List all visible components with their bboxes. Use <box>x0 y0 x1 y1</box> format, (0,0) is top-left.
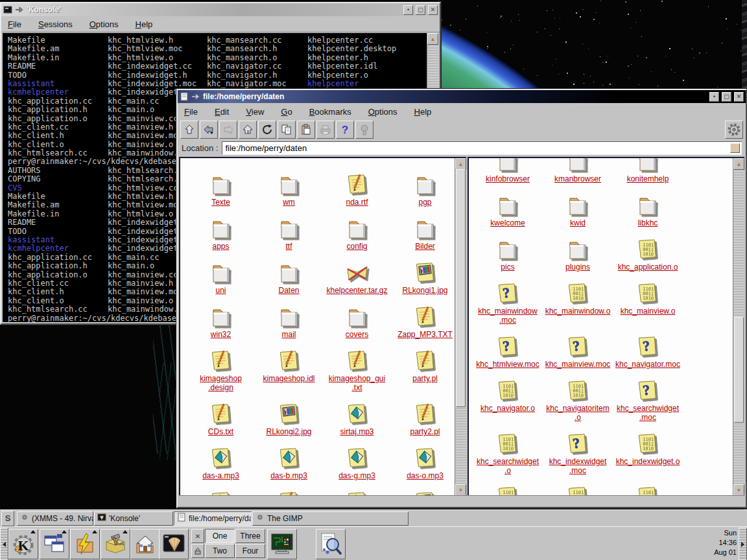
file-label[interactable]: kwid <box>570 218 586 228</box>
scrollbar-thumb[interactable] <box>456 169 466 407</box>
file-item[interactable]: covers <box>323 299 391 339</box>
location-clear-button[interactable] <box>730 143 740 153</box>
scroll-up-icon[interactable]: ▲ <box>455 158 466 170</box>
file-item[interactable]: 1101 0011 1010khc_searchwidget .o <box>473 426 543 475</box>
file-label[interactable]: khc_searchwidget .moc <box>617 404 679 422</box>
file-item[interactable]: plugins <box>543 232 613 272</box>
file-item[interactable]: das-g.mp3 <box>323 441 391 480</box>
file-label[interactable]: khc_htmlview.moc <box>476 360 539 369</box>
minimize-button[interactable]: • <box>709 92 719 102</box>
file-label[interactable]: khc_application.o <box>618 262 678 272</box>
file-label[interactable]: khc_mainwindow .moc <box>478 307 537 325</box>
minimize-button[interactable]: • <box>403 5 413 15</box>
file-item[interactable]: sirtaj.mp3 <box>323 397 391 436</box>
file-item[interactable]: Bilder <box>391 211 455 251</box>
file-label[interactable]: das-o.mp3 <box>407 471 444 480</box>
file-item[interactable]: 1101 0011 1010khc_indexwidget.o <box>613 426 683 475</box>
file-label[interactable]: uni <box>215 286 226 295</box>
file-item[interactable]: wm <box>255 167 323 207</box>
file-label[interactable]: khc_searchwidget .o <box>477 457 539 475</box>
paste-button[interactable] <box>297 121 315 139</box>
file-label[interactable]: CDs.txt <box>208 427 233 436</box>
file-item[interactable]: 1101 0011 1010 <box>473 480 543 496</box>
menu-file[interactable]: File <box>184 107 198 117</box>
file-item[interactable]: ttf <box>255 211 323 251</box>
system-monitor-button[interactable] <box>267 529 297 559</box>
file-label[interactable]: RLkongi2.jpg <box>266 427 311 436</box>
konsole-app-icon[interactable] <box>3 5 12 14</box>
taskbar-task-xmms[interactable]: (XMMS - 49. Nirvan... <box>17 511 93 526</box>
right-pane-scrollbar[interactable]: ▲ ▼ <box>733 158 744 496</box>
window-list-button[interactable] <box>40 529 69 559</box>
file-item[interactable]: party2.pl <box>391 397 455 436</box>
file-item[interactable]: Texte <box>187 167 255 207</box>
file-item[interactable] <box>391 485 455 496</box>
menu-file[interactable]: File <box>8 19 21 29</box>
utilities-button[interactable] <box>101 529 130 559</box>
horizontal-scroll-strip[interactable] <box>179 495 744 506</box>
file-item[interactable]: das-o.mp3 <box>391 441 455 480</box>
close-button[interactable]: ✕ <box>734 92 744 102</box>
menu-options[interactable]: Options <box>89 19 119 29</box>
maximize-button[interactable]: ▢ <box>416 5 425 15</box>
file-item[interactable]: RLkongi2.jpg <box>255 397 323 436</box>
file-item[interactable]: 1101 0011 1010 <box>613 480 683 496</box>
menu-go[interactable]: Go <box>281 107 292 117</box>
file-item[interactable]: kimageshop_gui .txt <box>323 344 391 392</box>
file-label[interactable]: khc_navigatoritem .o <box>546 404 609 422</box>
file-label[interactable]: mail <box>281 330 296 339</box>
location-input[interactable]: file:/home/perry/daten <box>222 141 742 155</box>
file-label[interactable]: apps <box>212 242 229 251</box>
menu-sessions[interactable]: Sessions <box>38 19 73 29</box>
file-item[interactable] <box>323 485 391 496</box>
taskbar-task-kfm[interactable]: file:/home/perry/daten <box>174 511 252 526</box>
file-item[interactable]: config <box>323 211 391 251</box>
home-folder-button[interactable] <box>130 529 160 559</box>
file-item[interactable]: ?khc_navigator.moc <box>613 329 683 369</box>
taskbar-task-konsole[interactable]: 'Konsole' <box>94 511 173 526</box>
file-item[interactable]: pgp <box>391 167 455 207</box>
file-label[interactable]: Bilder <box>415 242 435 251</box>
file-label[interactable]: kimageshop .design <box>200 374 242 392</box>
file-item[interactable]: RLkongi1.jpg <box>391 255 455 295</box>
file-item[interactable]: ?khc_indexwidget .moc <box>543 426 613 475</box>
file-label[interactable]: kimageshop_gui .txt <box>329 374 385 392</box>
file-item[interactable]: ?khc_mainview.moc <box>543 329 613 369</box>
file-label[interactable]: khc_mainview.o <box>621 307 676 316</box>
file-label[interactable]: party.pl <box>412 374 437 383</box>
file-item[interactable]: mail <box>255 299 323 339</box>
help-button[interactable]: ? <box>336 121 354 139</box>
file-item[interactable]: uni <box>187 255 255 295</box>
file-item[interactable]: ?khc_searchwidget .moc <box>613 373 683 422</box>
file-label[interactable]: pics <box>501 262 514 272</box>
menu-help[interactable]: Help <box>136 19 153 29</box>
scrollbar-thumb[interactable] <box>734 317 744 423</box>
file-item[interactable]: CDs.txt <box>187 397 255 436</box>
file-item[interactable]: pics <box>473 232 543 272</box>
left-pane-scrollbar[interactable]: ▲ ▼ <box>455 158 466 496</box>
panel-hide-left-button[interactable] <box>0 528 8 560</box>
file-label[interactable]: das-g.mp3 <box>338 471 375 480</box>
file-label[interactable]: kinfobrowser <box>486 174 530 183</box>
file-label[interactable]: konitemhelp <box>627 174 669 183</box>
pager-lock-icon[interactable] <box>191 544 204 558</box>
file-item[interactable] <box>255 485 323 496</box>
file-label[interactable]: plugins <box>565 262 590 272</box>
file-label[interactable]: kmanbrowser <box>554 174 601 183</box>
file-label[interactable]: Daten <box>278 286 299 295</box>
disk-navigator-button[interactable] <box>70 529 100 559</box>
file-label[interactable]: libkhc <box>638 218 658 228</box>
kfm-titlebar[interactable]: file:/home/perry/daten • ▢ ✕ <box>178 90 746 103</box>
taskbar-task-gimp[interactable]: The GIMP <box>252 511 409 526</box>
file-label[interactable]: wm <box>283 198 295 207</box>
file-item[interactable]: kimageshop.idl <box>255 344 323 392</box>
file-item[interactable]: 1101 0011 1010khc_application.o <box>613 232 683 272</box>
file-label[interactable]: khelpcenter.tar.gz <box>326 286 387 295</box>
file-item[interactable]: kinfobrowser <box>473 158 543 183</box>
k-menu-button[interactable]: K <box>8 529 38 559</box>
file-item[interactable]: libkhc <box>613 188 683 228</box>
menu-view[interactable]: View <box>246 107 264 117</box>
file-label[interactable]: Zapp_MP3.TXT <box>397 330 453 339</box>
desktop-button-two[interactable]: Two <box>205 544 235 558</box>
kfm-app-icon[interactable] <box>180 92 189 101</box>
